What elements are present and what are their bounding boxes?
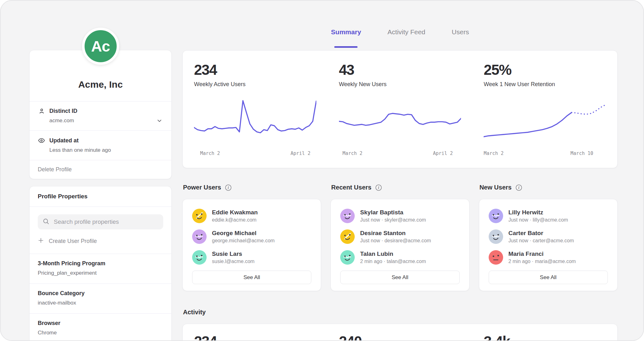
- axis-tick: March 2: [342, 151, 362, 156]
- profile-properties-search[interactable]: [38, 214, 163, 229]
- line-chart: [194, 98, 316, 145]
- stat-value: 234: [194, 334, 316, 341]
- user-detail: Just now · carter@acme.com: [508, 238, 574, 244]
- line-chart: [484, 98, 606, 145]
- user-row-eddie-kwakman[interactable]: Eddie Kwakman eddie.k@acme.com: [192, 208, 311, 223]
- axis-tick: March 2: [200, 151, 220, 156]
- avatar-face-icon: [340, 229, 355, 244]
- see-all-button[interactable]: See All: [489, 271, 608, 284]
- plus-icon: [38, 237, 44, 245]
- section-title: Power Users: [183, 184, 221, 191]
- chevron-down-icon[interactable]: [156, 118, 163, 124]
- user-name: Susie Lars: [212, 250, 254, 257]
- property-name: Bounce Category: [38, 290, 163, 297]
- property-value: inactive-mailbox: [38, 300, 163, 306]
- stat-label: Week 1 New User Retention: [484, 81, 606, 88]
- tab-users[interactable]: Users: [452, 28, 469, 48]
- field-distinct-id: Distinct ID acme.com: [30, 101, 171, 130]
- x-axis: March 2April 2: [339, 151, 461, 157]
- field-label: Updated at: [49, 137, 79, 144]
- info-icon[interactable]: i: [515, 184, 522, 191]
- field-updated-at: Updated at Less than one minute ago: [30, 130, 171, 160]
- stat-value: 43: [339, 63, 461, 77]
- user-detail: susie.l@acme.com: [212, 259, 254, 264]
- user-detail: 2 min ago · maria@acme.com: [508, 259, 576, 264]
- avatar-face-icon: [489, 250, 503, 265]
- user-name: Maria Franci: [508, 250, 576, 257]
- activity-stat: 234: [183, 324, 328, 341]
- user-name: Lilly Herwitz: [508, 209, 568, 216]
- avatar-face-icon: [489, 209, 503, 223]
- new-users-card: Lilly Herwitz Just now · lilly@acme.com …: [479, 199, 618, 291]
- activity-stat: 240: [328, 324, 473, 341]
- profile-properties-card: Profile Properties Create User Profile 3…: [29, 186, 172, 341]
- eye-icon: [38, 137, 45, 144]
- section-recent-users: Recent Users i Skylar Baptista Just now …: [330, 184, 469, 291]
- section-title: Recent Users: [331, 184, 371, 191]
- stat-weekly-new-users: 43 Weekly New Users March 2April 2: [328, 51, 473, 168]
- stat-value: 240: [339, 334, 461, 341]
- user-row-susie-lars[interactable]: Susie Lars susie.l@acme.com: [192, 250, 311, 265]
- x-axis: March 2March 10: [484, 151, 606, 157]
- stat-weekly-active-users: 234 Weekly Active Users March 2April 2: [183, 51, 328, 168]
- tab-summary[interactable]: Summary: [331, 28, 361, 48]
- avatar-face-icon: [192, 250, 207, 265]
- active-tab-underline: [334, 46, 358, 48]
- user-profile-page: Ac Acme, Inc Distinct ID acme.com Update…: [0, 0, 644, 341]
- info-icon[interactable]: i: [225, 184, 232, 191]
- profile-properties-list: 3-Month Pricing Program Pricing_plan_exp…: [30, 254, 171, 341]
- property-item-3-month-pricing-program[interactable]: 3-Month Pricing Program Pricing_plan_exp…: [30, 254, 171, 283]
- avatar-face-icon: [192, 209, 207, 223]
- chart-area: [484, 98, 606, 145]
- activity-stat: 3.4k: [472, 324, 617, 341]
- stat-label: Weekly New Users: [339, 81, 461, 88]
- user-name: Desirae Stanton: [360, 230, 431, 237]
- user-row-maria-franci[interactable]: Maria Franci 2 min ago · maria@acme.com: [489, 250, 608, 265]
- stat-value: 25%: [484, 63, 606, 77]
- see-all-button[interactable]: See All: [340, 271, 459, 284]
- user-row-carter-bator[interactable]: Carter Bator Just now · carter@acme.com: [489, 229, 608, 244]
- user-row-lilly-herwitz[interactable]: Lilly Herwitz Just now · lilly@acme.com: [489, 208, 608, 223]
- user-detail: 2 min ago · talan@acme.com: [360, 259, 426, 264]
- user-row-desirae-stanton[interactable]: Desirae Stanton Just now · desirare@acme…: [340, 229, 459, 244]
- field-label: Distinct ID: [49, 108, 77, 114]
- user-name: Skylar Baptista: [360, 209, 426, 216]
- create-user-profile-label: Create User Profile: [49, 238, 97, 245]
- property-name: 3-Month Pricing Program: [38, 260, 163, 267]
- user-row-george-michael[interactable]: George Michael george.michael@acme.com: [192, 229, 311, 244]
- user-detail: Just now · desirare@acme.com: [360, 238, 431, 244]
- property-name: Browser: [38, 320, 163, 327]
- user-detail: Just now · lilly@acme.com: [508, 217, 568, 223]
- main-content: Summary Activity Feed Users 234 Weekly A…: [182, 1, 618, 341]
- svg-text:i: i: [518, 185, 519, 190]
- user-row-talan-lubin[interactable]: Talan Lubin 2 min ago · talan@acme.com: [340, 250, 459, 265]
- field-value: Less than one minute ago: [49, 147, 111, 153]
- info-icon[interactable]: i: [375, 184, 382, 191]
- user-row-skylar-baptista[interactable]: Skylar Baptista Just now · skyler@acme.c…: [340, 208, 459, 223]
- delete-profile-button[interactable]: Delete Profile: [30, 160, 171, 179]
- stat-value: 234: [194, 63, 316, 77]
- stat-value: 3.4k: [484, 334, 606, 341]
- activity-section-title: Activity: [183, 309, 618, 316]
- avatar-face-icon: [340, 209, 355, 223]
- see-all-button[interactable]: See All: [192, 271, 311, 284]
- summary-stats-card: 234 Weekly Active Users March 2April 2 4…: [182, 50, 618, 168]
- user-detail: eddie.k@acme.com: [212, 217, 258, 223]
- tab-activity-feed[interactable]: Activity Feed: [387, 28, 425, 48]
- chart-area: [339, 98, 461, 145]
- property-item-bounce-category[interactable]: Bounce Category inactive-mailbox: [30, 283, 171, 313]
- search-icon: [42, 218, 50, 226]
- tab-label: Summary: [331, 28, 361, 36]
- property-value: Pricing_plan_experiment: [38, 270, 163, 276]
- tab-label: Users: [452, 28, 469, 36]
- create-user-profile-button[interactable]: Create User Profile: [38, 237, 163, 245]
- stat-label: Weekly Active Users: [194, 81, 316, 88]
- profile-summary-card: Acme, Inc Distinct ID acme.com Updated a…: [29, 50, 172, 179]
- user-name: Eddie Kwakman: [212, 209, 258, 216]
- x-axis: March 2April 2: [194, 151, 316, 157]
- field-value: acme.com: [49, 118, 74, 124]
- profile-fields: Distinct ID acme.com Updated at Less tha…: [30, 101, 171, 160]
- user-name: George Michael: [212, 230, 275, 237]
- search-input[interactable]: [53, 218, 158, 226]
- property-item-browser[interactable]: Browser Chrome: [30, 313, 171, 341]
